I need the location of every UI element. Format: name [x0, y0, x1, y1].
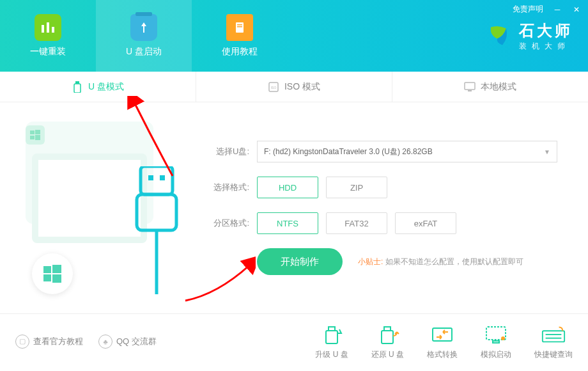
tab-iso-mode[interactable]: ISO ISO 模式: [196, 72, 392, 102]
iso-icon: ISO: [268, 81, 279, 93]
svg-rect-4: [237, 24, 242, 26]
titlebar: 免责声明 ─ ✕: [513, 4, 582, 15]
svg-rect-27: [384, 327, 391, 331]
chevron-down-icon: ▼: [544, 148, 550, 155]
disk-value: F: (hd2) KingstonDataTraveler 3.0 (U盘) 2…: [264, 146, 433, 157]
svg-rect-25: [329, 327, 335, 331]
svg-text:ISO: ISO: [271, 86, 277, 90]
nav-tutorial[interactable]: 使用教程: [192, 0, 288, 72]
simulate-icon: [483, 322, 509, 345]
svg-rect-20: [141, 166, 173, 194]
start-button[interactable]: 开始制作: [257, 248, 343, 275]
usb-boot-icon: [130, 14, 157, 41]
convert-format-button[interactable]: 格式转换: [427, 322, 458, 360]
tab-usb-mode[interactable]: U 盘模式: [0, 72, 196, 102]
official-tutorial-link[interactable]: ▢ 查看官方教程: [15, 335, 83, 349]
windows-corner-icon: [26, 125, 45, 145]
logo: 石大师 装机大师: [484, 20, 573, 52]
tutorial-icon: [226, 14, 253, 41]
svg-rect-10: [465, 83, 475, 90]
svg-rect-30: [493, 341, 499, 343]
book-icon: ▢: [15, 335, 29, 349]
convert-icon: [429, 322, 455, 345]
keyboard-icon: [541, 322, 566, 345]
svg-rect-3: [236, 22, 244, 33]
partition-exfat-button[interactable]: exFAT: [395, 212, 456, 234]
logo-subtitle: 装机大师: [519, 41, 573, 52]
minimize-button[interactable]: ─: [552, 4, 562, 15]
form-area: 选择U盘: F: (hd2) KingstonDataTraveler 3.0 …: [179, 115, 569, 313]
svg-rect-24: [326, 331, 337, 343]
svg-rect-12: [30, 130, 35, 134]
windows-badge-icon: [32, 253, 73, 294]
upgrade-usb-button[interactable]: 升级 U 盘: [315, 322, 348, 360]
usb-icon: [72, 81, 83, 93]
format-hdd-button[interactable]: HDD: [257, 177, 318, 198]
logo-icon: [484, 22, 513, 50]
svg-rect-1: [47, 22, 49, 33]
svg-rect-11: [468, 90, 472, 91]
svg-rect-17: [52, 265, 61, 273]
upgrade-icon: [319, 322, 344, 345]
nav-usb-boot[interactable]: U 盘启动: [96, 0, 192, 72]
simulate-boot-button[interactable]: 模拟启动: [481, 322, 511, 360]
svg-rect-7: [74, 84, 81, 93]
tab-local-mode[interactable]: 本地模式: [392, 72, 588, 102]
partition-ntfs-button[interactable]: NTFS: [257, 212, 318, 234]
disk-select[interactable]: F: (hd2) KingstonDataTraveler 3.0 (U盘) 2…: [257, 141, 557, 162]
local-icon: [464, 81, 476, 93]
tip-text: 小贴士: 如果不知道怎么配置，使用默认配置即可: [358, 257, 523, 267]
svg-rect-0: [42, 25, 44, 33]
svg-rect-5: [237, 26, 242, 28]
reinstall-icon: [35, 14, 61, 41]
header: 免责声明 ─ ✕ 一键重装 U 盘启动 使用教程 石大师 装机大师: [0, 0, 588, 72]
svg-rect-16: [43, 266, 51, 273]
svg-rect-15: [35, 135, 40, 140]
svg-rect-19: [52, 274, 61, 283]
nav-tutorial-label: 使用教程: [222, 46, 258, 58]
disclaimer-link[interactable]: 免责声明: [513, 4, 543, 15]
disk-label: 选择U盘:: [205, 146, 249, 157]
tip-label: 小贴士:: [358, 257, 383, 266]
svg-rect-13: [35, 130, 40, 134]
nav-reinstall-label: 一键重装: [30, 46, 66, 58]
restore-usb-button[interactable]: 还原 U 盘: [371, 322, 404, 360]
hotkey-query-button[interactable]: 快捷键查询: [534, 322, 573, 360]
usb-cable-icon: [128, 166, 185, 297]
svg-rect-22: [160, 175, 165, 180]
svg-rect-32: [543, 331, 564, 342]
qq-icon: ♣: [98, 335, 112, 349]
tab-iso-label: ISO 模式: [284, 81, 320, 93]
svg-rect-14: [30, 136, 35, 139]
format-label: 选择格式:: [205, 182, 249, 193]
svg-rect-28: [433, 328, 452, 341]
svg-rect-23: [137, 194, 176, 230]
logo-title: 石大师: [519, 20, 573, 41]
mode-tabs: U 盘模式 ISO ISO 模式 本地模式: [0, 72, 588, 102]
tab-local-label: 本地模式: [481, 81, 516, 93]
nav-usb-boot-label: U 盘启动: [126, 46, 162, 58]
svg-point-31: [501, 336, 505, 340]
svg-rect-21: [148, 175, 153, 180]
illustration: [13, 115, 179, 313]
close-button[interactable]: ✕: [571, 4, 582, 15]
svg-rect-2: [52, 27, 54, 33]
partition-label: 分区格式:: [205, 217, 249, 229]
partition-fat32-button[interactable]: FAT32: [326, 212, 387, 234]
nav-reinstall[interactable]: 一键重装: [0, 0, 96, 72]
svg-rect-18: [43, 274, 51, 281]
main-content: 选择U盘: F: (hd2) KingstonDataTraveler 3.0 …: [0, 102, 588, 313]
qq-group-link[interactable]: ♣ QQ 交流群: [98, 335, 157, 349]
svg-rect-26: [382, 331, 393, 343]
format-zip-button[interactable]: ZIP: [326, 177, 387, 198]
bottom-bar: ▢ 查看官方教程 ♣ QQ 交流群 升级 U 盘 还原 U 盘 格式转换 模拟启…: [0, 313, 588, 368]
restore-icon: [375, 322, 400, 345]
tab-usb-label: U 盘模式: [88, 81, 124, 93]
